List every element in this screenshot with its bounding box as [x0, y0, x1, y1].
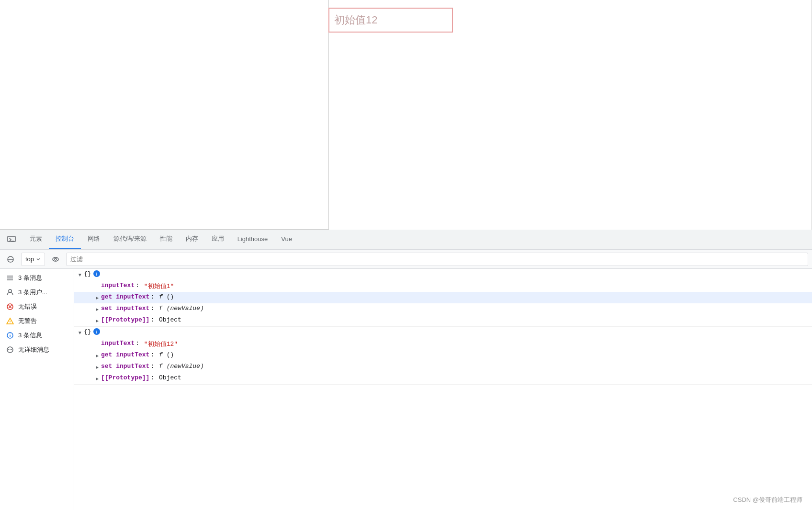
log-row-set-2[interactable]: ► set inputText: f (newValue): [74, 361, 812, 373]
log-row[interactable]: ► {} i: [74, 269, 812, 280]
log-row-proto-2[interactable]: ► [[Prototype]]: Object: [74, 373, 812, 384]
prop-func-set-2: f (newValue): [155, 363, 203, 370]
sidebar-errors-label: 无错误: [18, 302, 37, 311]
preview-right-panel: [328, 0, 812, 230]
tab-console[interactable]: 控制台: [49, 229, 81, 249]
tab-performance[interactable]: 性能: [153, 229, 179, 249]
prop-string-2: "初始值12": [140, 340, 178, 348]
prop-key-proto-2: [[Prototype]]: [101, 374, 149, 381]
sidebar-item-verbose[interactable]: 无详细消息: [0, 343, 74, 357]
prop-colon: :: [150, 351, 154, 358]
expand-arrow-2[interactable]: ►: [76, 329, 84, 337]
prop-key-proto: [[Prototype]]: [101, 316, 149, 323]
prop-colon: :: [150, 374, 154, 381]
prop-key-get: get inputText: [101, 293, 149, 300]
expand-arrow-proto-2[interactable]: ►: [93, 375, 101, 383]
clear-console-button[interactable]: [4, 253, 17, 266]
sidebar-item-user-messages[interactable]: 3 条用户...: [0, 285, 74, 299]
preview-input-box[interactable]: 初始值12: [328, 8, 453, 33]
warning-icon: [6, 317, 14, 325]
expand-arrow-set-2[interactable]: ►: [93, 364, 101, 371]
log-row-get-2[interactable]: ► get inputText: f (): [74, 350, 812, 361]
devtools-icon[interactable]: [0, 229, 23, 249]
sidebar-item-info[interactable]: 3 条信息: [0, 328, 74, 343]
expand-arrow-set-1[interactable]: ►: [93, 306, 101, 313]
prop-func-set: f (newValue): [155, 305, 203, 312]
chevron-down-icon: [36, 257, 41, 262]
prop-colon: :: [135, 282, 139, 289]
watermark-text: CSDN @俊哥前端工程师: [733, 496, 802, 503]
info-circle-icon: [6, 331, 14, 340]
console-sidebar: 3 条消息 3 条用户... 无错误: [0, 269, 74, 510]
console-entry-1: ► {} i inputText: "初始值1" ► get inputText…: [74, 269, 812, 327]
list-icon: [6, 274, 14, 282]
obj-brace: {}: [84, 270, 91, 277]
log-row: inputText: "初始值1": [74, 280, 812, 292]
log-row-proto-1[interactable]: ► [[Prototype]]: Object: [74, 315, 812, 326]
svg-point-5: [55, 258, 56, 260]
context-selector[interactable]: top: [21, 253, 45, 266]
sidebar-item-all-messages[interactable]: 3 条消息: [0, 271, 74, 285]
prop-key-set: set inputText: [101, 305, 149, 312]
user-icon: [6, 288, 14, 297]
svg-point-21: [11, 349, 12, 350]
tab-sources[interactable]: 源代码/来源: [107, 229, 153, 249]
tab-application[interactable]: 应用: [205, 229, 231, 249]
log-row-get-1[interactable]: ► get inputText: f (): [74, 292, 812, 303]
context-label: top: [25, 255, 34, 263]
sidebar-info-label: 3 条信息: [18, 331, 42, 340]
console-main: 3 条消息 3 条用户... 无错误: [0, 269, 812, 510]
prop-func-get: f (): [155, 293, 174, 300]
sidebar-verbose-label: 无详细消息: [18, 345, 49, 354]
expand-arrow-proto-1[interactable]: ►: [93, 317, 101, 325]
sidebar-user-messages-label: 3 条用户...: [18, 288, 47, 297]
svg-point-19: [8, 349, 9, 350]
console-toolbar: top: [0, 250, 812, 269]
tab-elements[interactable]: 元素: [23, 229, 49, 249]
log-row-header-2[interactable]: ► {} i: [74, 327, 812, 338]
verbose-icon: [6, 345, 14, 354]
log-row-inputtext-2: inputText: "初始值12": [74, 338, 812, 350]
tab-network[interactable]: 网络: [81, 229, 107, 249]
prop-func-get-2: f (): [155, 351, 174, 358]
console-log-area: ► {} i inputText: "初始值1" ► get inputText…: [74, 269, 812, 510]
preview-input-value: 初始值12: [334, 13, 377, 27]
prop-key-get-2: get inputText: [101, 351, 149, 358]
sidebar-item-errors[interactable]: 无错误: [0, 299, 74, 314]
prop-value-object-2: Object: [155, 374, 181, 381]
prop-key: inputText: [101, 282, 135, 289]
filter-input[interactable]: [66, 253, 808, 266]
error-icon: [6, 302, 14, 311]
prop-value-string: "初始值1": [140, 282, 174, 290]
prop-key-set-2: set inputText: [101, 363, 149, 370]
live-expressions-button[interactable]: [49, 253, 62, 266]
tab-memory[interactable]: 内存: [179, 229, 205, 249]
console-entry-2: ► {} i inputText: "初始值12" ► get inputTex…: [74, 327, 812, 385]
prop-colon: :: [150, 316, 154, 323]
tab-vue[interactable]: Vue: [274, 229, 299, 249]
csdn-watermark: CSDN @俊哥前端工程师: [733, 496, 802, 504]
sidebar-item-warnings[interactable]: 无警告: [0, 314, 74, 328]
info-badge-2: i: [93, 328, 100, 335]
browser-preview: 初始值12: [0, 0, 812, 230]
log-row-set-1[interactable]: ► set inputText: f (newValue): [74, 303, 812, 315]
svg-point-20: [10, 349, 11, 350]
sidebar-warnings-label: 无警告: [18, 317, 37, 325]
svg-point-4: [53, 257, 58, 261]
tab-lighthouse[interactable]: Lighthouse: [231, 229, 275, 249]
svg-point-17: [10, 333, 11, 334]
prop-colon-2: :: [135, 340, 139, 347]
expand-arrow-1[interactable]: ►: [76, 271, 84, 279]
obj-brace-2: {}: [84, 328, 91, 335]
expand-arrow-get-2[interactable]: ►: [93, 352, 101, 360]
devtools-tabbar: 元素 控制台 网络 源代码/来源 性能 内存 应用 Lighthouse Vue: [0, 230, 812, 250]
prop-colon: :: [150, 305, 154, 312]
info-badge: i: [93, 270, 100, 277]
prop-colon: :: [150, 293, 154, 300]
svg-point-9: [9, 289, 11, 292]
prop-colon: :: [150, 363, 154, 370]
expand-arrow-get-1[interactable]: ►: [93, 294, 101, 302]
prop-value-object: Object: [155, 316, 181, 323]
sidebar-all-messages-label: 3 条消息: [18, 274, 42, 282]
svg-point-14: [10, 322, 10, 323]
